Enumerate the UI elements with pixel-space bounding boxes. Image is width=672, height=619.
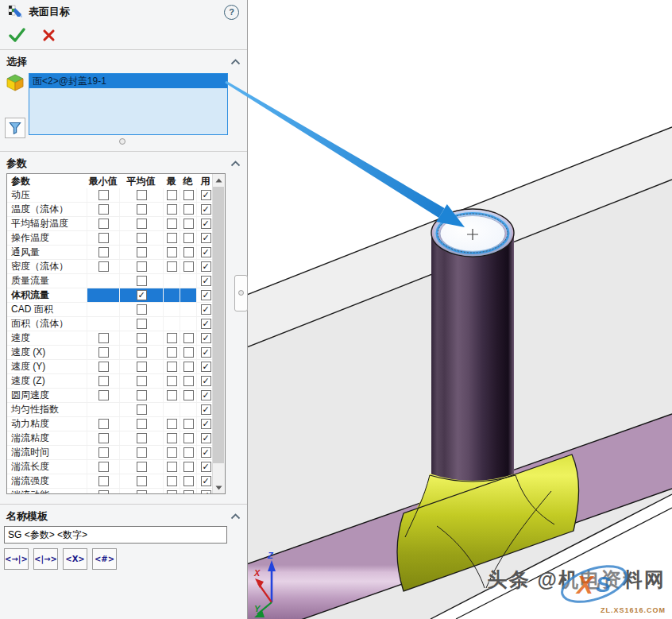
checkbox[interactable] xyxy=(137,219,147,229)
vertical-stub[interactable] xyxy=(431,234,514,485)
checkbox[interactable] xyxy=(98,219,109,229)
checkbox[interactable] xyxy=(183,204,194,215)
remove-token-button[interactable]: <X> xyxy=(63,548,87,570)
checkbox[interactable] xyxy=(183,233,194,243)
checkbox[interactable] xyxy=(137,404,147,415)
param-row[interactable]: 面积（流体）✓ xyxy=(7,317,214,331)
checkbox[interactable] xyxy=(137,390,147,400)
checkbox-checked[interactable]: ✓ xyxy=(201,433,211,443)
checkbox[interactable] xyxy=(137,433,147,443)
insert-goal-type-button[interactable]: <|→> xyxy=(33,548,58,570)
column-header[interactable]: 参数 xyxy=(7,175,87,188)
param-row[interactable]: 湍流粘度✓ xyxy=(7,431,214,446)
column-header[interactable]: 最小值 xyxy=(87,175,119,188)
param-row[interactable]: 均匀性指数✓ xyxy=(7,403,214,417)
param-row[interactable]: CAD 面积✓ xyxy=(7,303,214,317)
checkbox[interactable] xyxy=(98,462,109,472)
param-row[interactable]: 平均辐射温度✓ xyxy=(7,217,214,231)
checkbox[interactable] xyxy=(98,447,109,458)
checkbox-checked[interactable]: ✓ xyxy=(201,276,211,286)
checkbox-checked[interactable]: ✓ xyxy=(201,290,211,300)
checkbox[interactable] xyxy=(98,333,109,343)
checkbox-checked[interactable]: ✓ xyxy=(201,419,211,429)
checkbox-checked[interactable]: ✓ xyxy=(201,233,211,243)
checkbox[interactable] xyxy=(167,433,177,443)
checkbox[interactable] xyxy=(167,204,177,215)
checkbox[interactable] xyxy=(137,333,147,343)
checkbox[interactable] xyxy=(137,204,147,215)
checkbox[interactable] xyxy=(183,376,194,386)
scrollbar-thumb[interactable] xyxy=(213,187,224,463)
parameters-section-header[interactable]: 参数 xyxy=(6,156,241,172)
checkbox[interactable] xyxy=(167,390,177,400)
checkbox[interactable] xyxy=(137,347,147,358)
checkbox-checked[interactable]: ✓ xyxy=(201,490,211,494)
checkbox[interactable] xyxy=(167,462,177,472)
checkbox[interactable] xyxy=(183,390,194,400)
checkbox[interactable] xyxy=(98,433,109,443)
checkbox[interactable] xyxy=(137,490,147,494)
checkbox[interactable] xyxy=(167,219,177,229)
checkbox[interactable] xyxy=(183,362,194,372)
checkbox[interactable] xyxy=(98,390,109,400)
checkbox[interactable] xyxy=(183,490,194,494)
graphics-viewport[interactable]: Z X Y 头条 @机电资料网 X S ZL.XS1616.COM xyxy=(248,0,672,619)
param-row[interactable]: 湍流长度✓ xyxy=(7,460,214,474)
checkbox[interactable] xyxy=(98,204,109,215)
checkbox[interactable] xyxy=(183,333,194,343)
help-icon[interactable]: ? xyxy=(224,5,239,20)
checkbox-checked[interactable]: ✓ xyxy=(201,390,211,400)
checkbox[interactable] xyxy=(167,247,177,257)
column-header[interactable]: 平均值 xyxy=(119,175,163,188)
checkbox[interactable] xyxy=(98,190,109,200)
checkbox-checked[interactable]: ✓ xyxy=(201,462,211,472)
checkbox[interactable] xyxy=(183,433,194,443)
checkbox[interactable] xyxy=(137,247,147,257)
scroll-down-button[interactable] xyxy=(213,482,224,493)
checkbox[interactable] xyxy=(98,490,109,494)
param-row[interactable]: 圆周速度✓ xyxy=(7,389,214,403)
checkbox-checked[interactable]: ✓ xyxy=(201,247,211,257)
checkbox[interactable] xyxy=(167,447,177,458)
checkbox[interactable] xyxy=(98,233,109,243)
param-row[interactable]: 动力粘度✓ xyxy=(7,417,214,431)
param-row[interactable]: 速度 (Y)✓ xyxy=(7,360,214,374)
checkbox-checked[interactable]: ✓ xyxy=(201,304,211,315)
checkbox-checked[interactable]: ✓ xyxy=(201,362,211,372)
name-template-section-header[interactable]: 名称模板 xyxy=(6,509,241,524)
checkbox[interactable] xyxy=(167,490,177,494)
param-row[interactable]: 质量流量✓ xyxy=(7,274,214,288)
param-row[interactable]: 体积流量✓✓ xyxy=(7,288,214,303)
checkbox[interactable] xyxy=(183,190,194,200)
checkbox[interactable] xyxy=(98,347,109,358)
checkbox[interactable] xyxy=(183,261,194,272)
param-row[interactable]: 湍流强度✓ xyxy=(7,474,214,489)
checkbox-checked[interactable]: ✓ xyxy=(201,219,211,229)
checkbox[interactable] xyxy=(98,376,109,386)
checkbox[interactable] xyxy=(98,476,109,486)
param-row[interactable]: 密度（流体）✓ xyxy=(7,260,214,274)
checkbox[interactable] xyxy=(137,319,147,329)
checkbox-checked[interactable]: ✓ xyxy=(201,319,211,329)
checkbox[interactable] xyxy=(167,190,177,200)
checkbox-checked[interactable]: ✓ xyxy=(201,333,211,343)
checkbox[interactable] xyxy=(137,447,147,458)
checkbox[interactable] xyxy=(167,233,177,243)
checkbox[interactable] xyxy=(137,362,147,372)
cancel-button[interactable] xyxy=(40,26,57,44)
checkbox[interactable] xyxy=(137,190,147,200)
checkbox[interactable] xyxy=(98,247,109,257)
checkbox-checked[interactable]: ✓ xyxy=(201,376,211,386)
column-header[interactable]: 绝 xyxy=(180,175,196,188)
checkbox[interactable] xyxy=(137,476,147,486)
checkbox[interactable] xyxy=(167,347,177,358)
name-template-input[interactable] xyxy=(4,526,227,544)
checkbox[interactable] xyxy=(183,462,194,472)
panel-splitter-handle[interactable] xyxy=(234,275,248,311)
selected-face[interactable] xyxy=(431,209,514,257)
checkbox[interactable] xyxy=(183,219,194,229)
checkbox[interactable] xyxy=(183,447,194,458)
checkbox[interactable] xyxy=(167,333,177,343)
checkbox[interactable] xyxy=(183,347,194,358)
filter-button[interactable] xyxy=(5,118,25,138)
